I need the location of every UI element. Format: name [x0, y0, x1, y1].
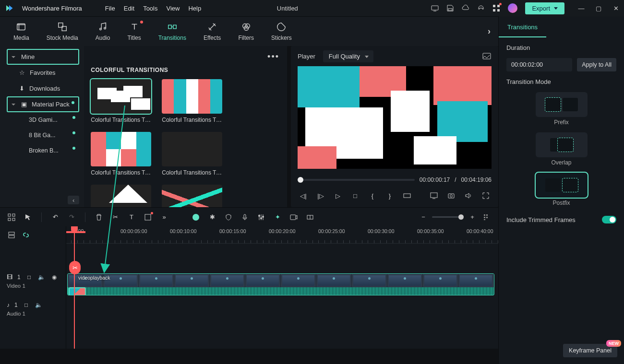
pointer-icon[interactable] [24, 213, 32, 221]
preview-canvas[interactable] [298, 66, 492, 169]
fullscreen-icon[interactable] [482, 192, 490, 200]
applied-transition[interactable] [69, 287, 86, 295]
tracks-overview-icon[interactable] [8, 231, 15, 239]
tab-stock-media[interactable]: Stock Media [47, 22, 78, 41]
props-tab-transitions[interactable]: Transitions [499, 18, 546, 37]
layout-icon[interactable] [8, 213, 15, 221]
mode-postfix[interactable] [536, 173, 588, 198]
transition-card[interactable]: Colorful Transitions Tr... [162, 132, 222, 176]
display-icon[interactable] [430, 192, 438, 200]
ribbon-more-icon[interactable]: › [488, 26, 491, 36]
scrub-bar[interactable] [298, 179, 415, 181]
next-frame-icon[interactable]: |▷ [317, 192, 324, 200]
transition-card[interactable]: Colorful Transitions Tr... [91, 132, 151, 176]
video-lane[interactable]: ▶ videoplayback [66, 270, 498, 298]
keyframe-panel-button[interactable]: Keyframe Panel NEW [563, 344, 617, 357]
mark-out-icon[interactable]: } [386, 192, 394, 200]
lock-icon[interactable]: □ [23, 301, 30, 309]
text-icon[interactable]: T [128, 213, 135, 221]
browser-more-icon[interactable]: ••• [267, 52, 279, 62]
visibility-icon[interactable]: ◉ [50, 273, 58, 281]
tab-titles[interactable]: Titles [127, 22, 141, 41]
zoom-knob[interactable] [458, 214, 464, 220]
transition-label: Colorful Transitions Tr... [91, 117, 151, 123]
lock-icon[interactable]: □ [25, 273, 33, 281]
crop-icon[interactable] [144, 213, 152, 221]
tab-filters[interactable]: Filters [238, 22, 254, 41]
quality-dropdown[interactable]: Full Quality [323, 50, 373, 62]
window-minimize-icon[interactable]: — [578, 5, 585, 12]
sidebar-favorites[interactable]: ☆Favorites [7, 65, 79, 81]
zoom-out-icon[interactable]: − [420, 213, 427, 221]
cut-handle-icon[interactable]: ✂ [69, 261, 81, 274]
camera-icon[interactable] [447, 192, 455, 200]
sidebar-mine[interactable]: Mine [7, 49, 79, 65]
zoom-in-icon[interactable]: + [468, 213, 476, 221]
track-height-icon[interactable] [483, 213, 491, 221]
sidebar-sub-3d-gaming[interactable]: 3D Gami... [7, 112, 79, 128]
audio-lane[interactable] [66, 298, 498, 326]
split-icon[interactable]: ✂ [111, 213, 119, 221]
sidebar-sub-8bit-gaming[interactable]: 8 Bit Ga... [7, 128, 79, 143]
window-close-icon[interactable]: ✕ [612, 5, 619, 12]
zoom-slider[interactable] [432, 216, 464, 218]
transition-card[interactable] [162, 185, 222, 207]
menu-edit[interactable]: Edit [124, 5, 134, 12]
support-icon[interactable] [477, 4, 485, 12]
device-icon[interactable] [431, 4, 439, 12]
mode-overlap[interactable] [536, 132, 588, 157]
keyframe-icon[interactable] [306, 213, 314, 221]
user-avatar[interactable] [508, 3, 517, 13]
prev-frame-icon[interactable]: ◁| [300, 192, 307, 200]
color-icon[interactable]: ✱ [208, 213, 216, 221]
more-tools-icon[interactable]: » [160, 213, 168, 221]
link-icon[interactable] [22, 231, 30, 239]
tab-stickers[interactable]: Stickers [271, 22, 292, 41]
tab-effects[interactable]: Effects [204, 22, 221, 41]
cloud-icon[interactable] [462, 4, 469, 12]
mute-icon[interactable]: 🔈 [38, 273, 46, 281]
redo-icon[interactable]: ↷ [68, 213, 75, 221]
ai-icon[interactable] [192, 213, 200, 221]
apply-to-all-button[interactable]: Apply to All [577, 58, 616, 71]
shield-icon[interactable] [225, 213, 232, 221]
window-maximize-icon[interactable]: ▢ [595, 5, 602, 12]
mic-icon[interactable] [241, 213, 249, 221]
export-button[interactable]: Export [525, 2, 564, 14]
scrub-knob[interactable] [298, 177, 303, 183]
mixer-icon[interactable] [257, 213, 265, 221]
playhead[interactable] [74, 226, 75, 349]
sidebar-sub-broken[interactable]: Broken B... [7, 143, 79, 158]
volume-icon[interactable] [465, 192, 472, 200]
sidebar-material-pack[interactable]: ▣Material Pack [7, 96, 79, 112]
time-ruler[interactable]: 00:0000:00:05:0000:00:10:0000:00:15:0000… [66, 226, 498, 244]
sidebar-collapse-button[interactable]: ‹ [68, 196, 79, 204]
delete-icon[interactable] [95, 213, 103, 221]
mark-in-icon[interactable]: { [369, 192, 376, 200]
transition-card[interactable] [91, 185, 151, 207]
audio-track-header[interactable]: ♪1□🔈 Audio 1 [0, 298, 66, 326]
mute-icon[interactable]: 🔈 [35, 301, 43, 309]
video-track-header[interactable]: 🎞1□🔈◉ Video 1 [0, 270, 66, 298]
transition-card[interactable]: Colorful Transitions Tr... [91, 79, 151, 123]
trim-toggle[interactable] [602, 216, 616, 223]
mode-prefix[interactable] [536, 92, 588, 117]
aspect-icon[interactable] [403, 192, 411, 200]
video-clip[interactable]: ▶ videoplayback [67, 273, 494, 295]
record-icon[interactable] [290, 213, 298, 221]
play-icon[interactable]: ▷ [334, 192, 342, 200]
undo-icon[interactable]: ↶ [51, 213, 59, 221]
tab-audio[interactable]: Audio [96, 22, 110, 41]
menu-file[interactable]: File [105, 5, 115, 12]
tab-media[interactable]: Media [13, 22, 29, 41]
snapshot-icon[interactable] [482, 51, 492, 61]
apps-icon[interactable] [492, 4, 500, 12]
stop-icon[interactable]: □ [351, 192, 359, 200]
tab-transitions[interactable]: Transitions [158, 22, 186, 41]
timeline-tracks[interactable]: 00:0000:00:05:0000:00:10:0000:00:15:0000… [66, 226, 498, 349]
marker-icon[interactable]: ✦ [274, 213, 281, 221]
transition-card[interactable]: Colorful Transitions Tr... [162, 79, 222, 123]
sidebar-downloads[interactable]: ⬇Downloads [7, 81, 79, 96]
save-icon[interactable] [446, 4, 454, 12]
duration-input[interactable]: 00:00:02:00 [506, 58, 572, 71]
